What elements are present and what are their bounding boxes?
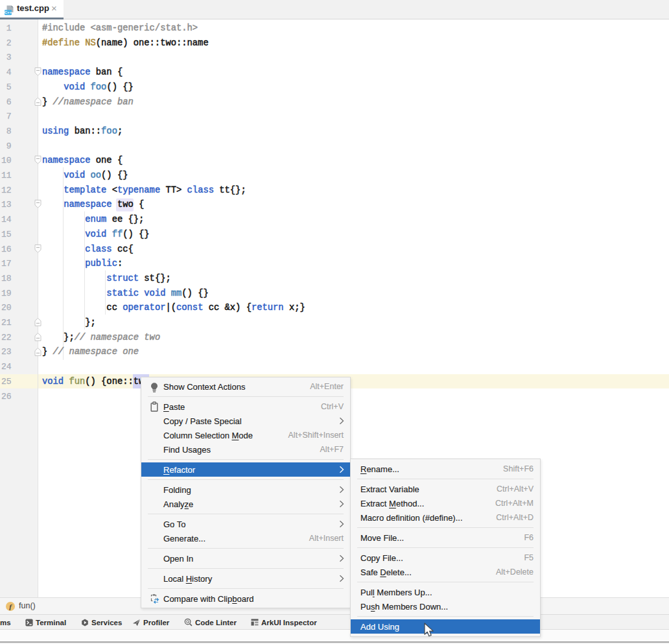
svg-text:C++: C++ [5,10,12,14]
